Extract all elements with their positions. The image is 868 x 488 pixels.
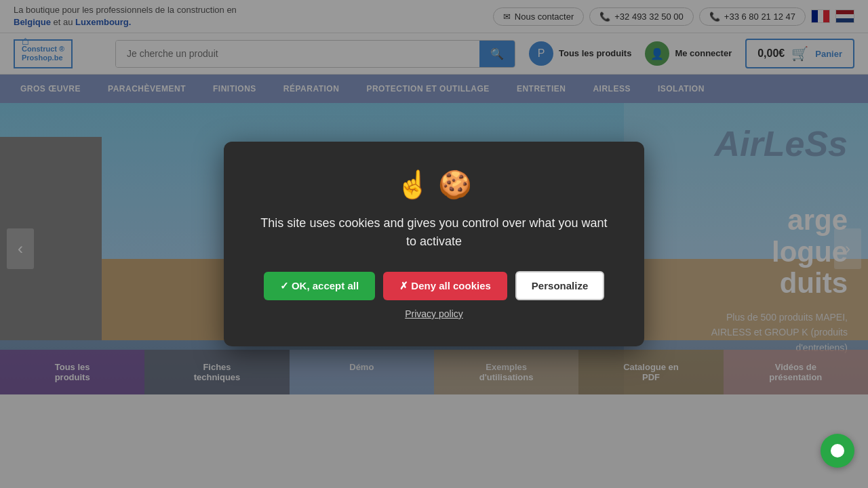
cookie-modal-text: This site uses cookies and gives you con… bbox=[258, 214, 610, 251]
privacy-policy-button[interactable]: Privacy policy bbox=[405, 308, 463, 319]
deny-all-button[interactable]: ✗ Deny all cookies bbox=[383, 272, 507, 300]
cookie-overlay: ☝️ 🍪 This site uses cookies and gives yo… bbox=[0, 0, 868, 488]
cookie-emojis: ☝️ 🍪 bbox=[258, 169, 610, 201]
chat-button[interactable] bbox=[821, 434, 854, 468]
accept-all-button[interactable]: ✓ OK, accept all bbox=[264, 272, 375, 300]
chat-icon bbox=[831, 444, 844, 458]
personalize-button[interactable]: Personalize bbox=[515, 271, 604, 300]
cookie-buttons: ✓ OK, accept all ✗ Deny all cookies Pers… bbox=[258, 271, 610, 319]
cookie-modal: ☝️ 🍪 This site uses cookies and gives yo… bbox=[224, 142, 644, 346]
